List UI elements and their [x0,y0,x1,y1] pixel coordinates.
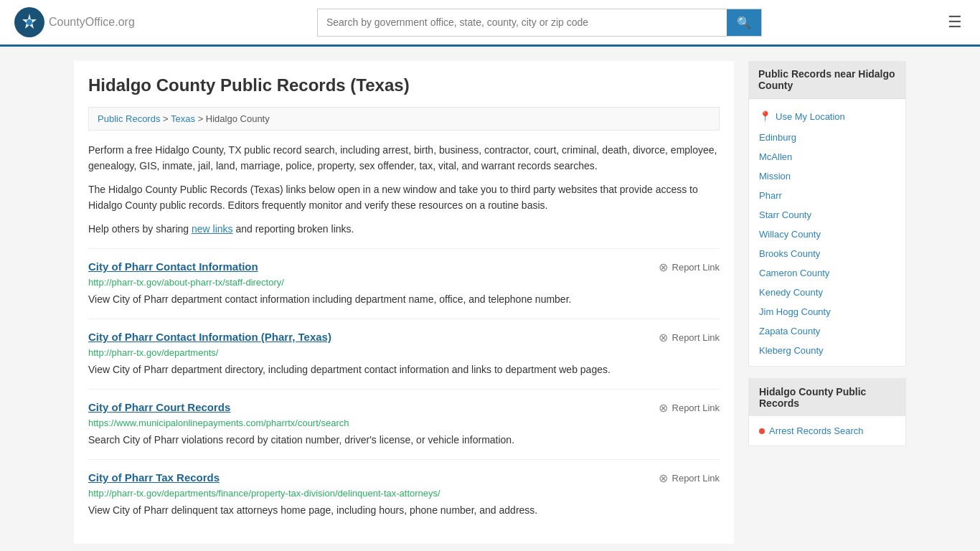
record-url-3[interactable]: http://pharr-tx.gov/departments/finance/… [88,488,720,499]
nearby-link-4[interactable]: Starr County [749,205,905,225]
records-links-container: Arrest Records Search [749,422,905,440]
use-my-location-label: Use My Location [776,111,845,122]
desc-para3: Help others by sharing new links and rep… [88,221,720,237]
record-url-0[interactable]: http://pharr-tx.gov/about-pharr-tx/staff… [88,277,720,288]
report-link-button-0[interactable]: ⊗ Report Link [659,260,720,274]
report-link-label-3: Report Link [672,473,720,484]
record-url-1[interactable]: http://pharr-tx.gov/departments/ [88,347,720,358]
logo-name: CountyOffice [49,16,115,28]
record-item-header-3: City of Pharr Tax Records ⊗ Report Link [88,471,720,485]
nearby-section-header: Public Records near Hidalgo County [748,61,906,99]
desc-para1: Perform a free Hidalgo County, TX public… [88,142,720,174]
search-button[interactable]: 🔍 [727,9,761,36]
nearby-link-0[interactable]: Edinburg [749,128,905,147]
record-item-header-1: City of Pharr Contact Information (Pharr… [88,331,720,344]
nearby-link-1[interactable]: McAllen [749,147,905,166]
new-links-link[interactable]: new links [192,223,233,235]
report-link-label-1: Report Link [672,332,720,343]
report-icon-3: ⊗ [659,471,668,485]
record-item-header-0: City of Pharr Contact Information ⊗ Repo… [88,260,720,274]
nearby-link-11[interactable]: Kleberg County [749,341,905,360]
record-title-1[interactable]: City of Pharr Contact Information (Pharr… [88,331,331,343]
nearby-link-10[interactable]: Zapata County [749,321,905,341]
logo-icon [14,7,44,37]
record-desc-0: View City of Pharr department contact in… [88,292,720,307]
record-item: City of Pharr Contact Information (Pharr… [88,319,720,389]
records-link-label-0: Arrest Records Search [769,425,864,436]
nearby-link-6[interactable]: Brooks County [749,244,905,263]
search-area: 🔍 [317,9,762,37]
record-title-0[interactable]: City of Pharr Contact Information [88,260,258,273]
breadcrumb: Public Records > Texas > Hidalgo County [88,107,720,131]
breadcrumb-current: Hidalgo County [206,113,270,124]
desc-para3-before: Help others by sharing [88,223,192,235]
report-icon-2: ⊗ [659,401,668,415]
record-title-2[interactable]: City of Pharr Court Records [88,401,230,413]
record-item: City of Pharr Court Records ⊗ Report Lin… [88,389,720,459]
location-pin-icon: 📍 [759,110,771,122]
records-section-header: Hidalgo County Public Records [749,379,905,416]
nearby-section-content: 📍 Use My Location EdinburgMcAllenMission… [748,99,906,367]
content-wrapper: Hidalgo County Public Records (Texas) Pu… [60,47,920,551]
logo-text: CountyOffice.org [49,16,135,29]
breadcrumb-sep-1: > [163,113,171,124]
use-my-location-button[interactable]: 📍 Use My Location [749,105,905,128]
nearby-link-5[interactable]: Willacy County [749,225,905,244]
breadcrumb-link-texas[interactable]: Texas [171,113,195,124]
search-input[interactable] [318,11,727,34]
report-icon-0: ⊗ [659,260,668,274]
breadcrumb-sep-2: > [198,113,206,124]
main-content: Hidalgo County Public Records (Texas) Pu… [74,61,734,544]
sidebar-dot-0 [759,428,765,434]
report-link-button-1[interactable]: ⊗ Report Link [659,331,720,344]
hamburger-icon: ☰ [948,13,962,31]
report-icon-1: ⊗ [659,331,668,344]
records-section: Hidalgo County Public Records Arrest Rec… [748,378,906,446]
records-link-0[interactable]: Arrest Records Search [749,422,905,440]
hamburger-menu-button[interactable]: ☰ [944,9,966,35]
record-desc-3: View City of Pharr delinquent tax attorn… [88,503,720,518]
report-link-button-3[interactable]: ⊗ Report Link [659,471,720,485]
record-desc-1: View City of Pharr department directory,… [88,362,720,377]
nearby-link-8[interactable]: Kenedy County [749,283,905,302]
nearby-link-3[interactable]: Pharr [749,186,905,205]
desc-para2: The Hidalgo County Public Records (Texas… [88,182,720,214]
header: CountyOffice.org 🔍 ☰ [0,0,980,47]
record-desc-2: Search City of Pharr violations record b… [88,433,720,448]
records-section-content: Arrest Records Search [749,416,905,446]
record-item: City of Pharr Tax Records ⊗ Report Link … [88,459,720,529]
logo-suffix: .org [115,16,135,28]
record-item-header-2: City of Pharr Court Records ⊗ Report Lin… [88,401,720,415]
svg-point-2 [27,19,32,25]
records-list: City of Pharr Contact Information ⊗ Repo… [88,248,720,529]
nearby-link-7[interactable]: Cameron County [749,263,905,283]
breadcrumb-link-public-records[interactable]: Public Records [98,113,160,124]
search-icon: 🔍 [737,17,751,29]
nearby-links-container: EdinburgMcAllenMissionPharrStarr CountyW… [749,128,905,360]
report-link-label-2: Report Link [672,402,720,413]
nearby-link-9[interactable]: Jim Hogg County [749,302,905,321]
report-link-label-0: Report Link [672,262,720,273]
nearby-section: Public Records near Hidalgo County 📍 Use… [748,61,906,367]
sidebar: Public Records near Hidalgo County 📍 Use… [748,61,906,544]
desc-para3-after: and reporting broken links. [233,223,354,235]
record-title-3[interactable]: City of Pharr Tax Records [88,471,220,484]
report-link-button-2[interactable]: ⊗ Report Link [659,401,720,415]
description-block: Perform a free Hidalgo County, TX public… [88,142,720,237]
nearby-link-2[interactable]: Mission [749,166,905,186]
page-title: Hidalgo County Public Records (Texas) [88,75,720,95]
record-item: City of Pharr Contact Information ⊗ Repo… [88,248,720,319]
logo-area: CountyOffice.org [14,7,135,37]
record-url-2[interactable]: https://www.municipalonlinepayments.com/… [88,418,720,428]
